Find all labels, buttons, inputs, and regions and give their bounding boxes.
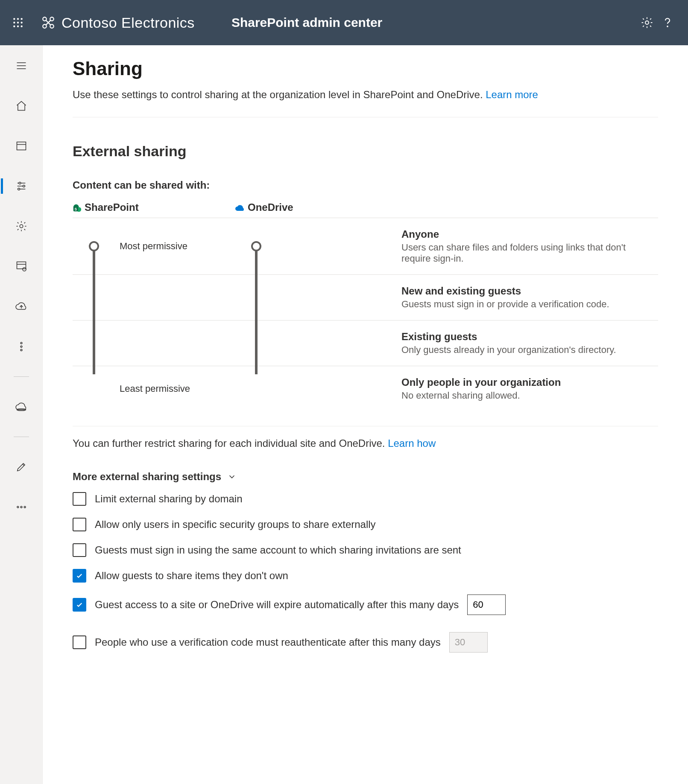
checkbox-reauth[interactable] [73, 635, 86, 649]
svg-point-22 [20, 342, 22, 344]
most-permissive-label: Most permissive [115, 218, 235, 275]
nav-onedrive[interactable] [11, 396, 32, 417]
nav-menu-toggle[interactable] [11, 55, 32, 76]
svg-point-27 [20, 506, 22, 508]
nav-customize[interactable] [11, 457, 32, 477]
checkbox-limit-domain[interactable] [73, 492, 86, 506]
svg-point-23 [20, 346, 22, 347]
svg-point-0 [13, 18, 15, 20]
svg-point-28 [24, 506, 26, 508]
hamburger-icon [15, 60, 27, 72]
onedrive-slider-anyone[interactable] [235, 218, 278, 275]
app-title: SharePoint admin center [231, 15, 382, 30]
gear-icon [15, 220, 27, 232]
svg-point-7 [17, 26, 19, 27]
sharepoint-column-header: S SharePoint [73, 201, 235, 218]
svg-point-16 [19, 182, 21, 184]
svg-point-1 [17, 18, 19, 20]
onedrive-icon [235, 204, 245, 213]
settings-button[interactable] [637, 12, 657, 33]
external-sharing-heading: External sharing [73, 143, 658, 160]
org-brand: Contoso Electronics [41, 15, 195, 31]
window-icon [15, 140, 27, 152]
page-description: Use these settings to control sharing at… [73, 87, 658, 117]
page-heading: Sharing [73, 58, 658, 79]
level-new-guests-title: New and existing guests [401, 285, 654, 297]
svg-rect-15 [17, 142, 26, 150]
help-button[interactable] [657, 12, 678, 33]
label-reauth: People who use a verification code must … [95, 636, 441, 648]
org-logo-icon [41, 15, 56, 30]
onedrive-label: OneDrive [248, 201, 293, 213]
least-permissive-label: Least permissive [115, 366, 235, 412]
restrict-note: You can further restrict sharing for eac… [73, 426, 658, 449]
nav-settings[interactable] [11, 216, 32, 236]
sharepoint-label: SharePoint [85, 201, 139, 213]
checkbox-guests-share[interactable] [73, 569, 86, 583]
more-horizontal-icon [15, 501, 27, 513]
app-launcher-button[interactable] [8, 17, 28, 28]
page-gear-icon [15, 260, 27, 272]
svg-text:S: S [75, 207, 77, 211]
learn-how-link[interactable]: Learn how [388, 437, 436, 449]
nav-show-all[interactable] [11, 497, 32, 517]
main-content: Sharing Use these settings to control sh… [43, 45, 688, 784]
cloud-icon [15, 401, 27, 413]
svg-point-2 [21, 18, 23, 20]
waffle-icon [12, 17, 23, 28]
nav-sites[interactable] [11, 136, 32, 156]
onedrive-column-header: OneDrive [235, 201, 397, 218]
guest-expire-days-input[interactable] [467, 595, 506, 615]
level-org-only-desc: No external sharing allowed. [401, 390, 654, 401]
restrict-note-text: You can further restrict sharing for eac… [73, 437, 388, 449]
level-anyone-desc: Users can share files and folders using … [401, 242, 654, 264]
checkbox-security-groups[interactable] [73, 518, 86, 531]
nav-migration[interactable] [11, 296, 32, 317]
sharepoint-slider-anyone[interactable] [73, 218, 115, 275]
svg-point-17 [23, 185, 25, 187]
pencil-icon [15, 461, 27, 473]
nav-policies[interactable] [11, 176, 32, 196]
checkbox-same-account[interactable] [73, 543, 86, 557]
nav-more[interactable] [11, 336, 32, 357]
label-guests-share: Allow guests to share items they don't o… [95, 570, 288, 582]
svg-point-6 [13, 26, 15, 27]
more-settings-title: More external sharing settings [73, 471, 221, 483]
cloud-upload-icon [15, 300, 27, 312]
label-guest-expire: Guest access to a site or OneDrive will … [95, 599, 459, 611]
sliders-icon [15, 180, 27, 192]
page-description-text: Use these settings to control sharing at… [73, 89, 486, 100]
svg-point-19 [20, 224, 23, 227]
checkbox-guest-expire[interactable] [73, 598, 86, 612]
more-settings-expander[interactable]: More external sharing settings [73, 471, 658, 483]
svg-point-4 [17, 22, 19, 23]
sharepoint-icon: S [73, 204, 82, 213]
top-bar: Contoso Electronics SharePoint admin cen… [0, 0, 688, 45]
learn-more-link[interactable]: Learn more [486, 89, 538, 100]
gear-icon [641, 16, 653, 29]
nav-home[interactable] [11, 96, 32, 116]
level-existing-guests-desc: Only guests already in your organization… [401, 344, 654, 356]
label-limit-domain: Limit external sharing by domain [95, 493, 243, 505]
svg-point-21 [22, 268, 26, 271]
home-icon [15, 100, 27, 112]
level-anyone-title: Anyone [401, 228, 654, 240]
label-security-groups: Allow only users in specific security gr… [95, 519, 376, 530]
svg-point-5 [21, 22, 23, 23]
sharing-level-table: S SharePoint OneDrive [73, 201, 658, 411]
label-same-account: Guests must sign in using the same accou… [95, 544, 461, 556]
svg-point-3 [13, 22, 15, 23]
nav-divider [14, 437, 29, 437]
level-existing-guests-title: Existing guests [401, 331, 654, 343]
help-icon [661, 16, 674, 29]
svg-point-14 [667, 26, 668, 27]
svg-point-24 [20, 349, 22, 351]
nav-content-services[interactable] [11, 256, 32, 277]
level-new-guests-desc: Guests must sign in or provide a verific… [401, 299, 654, 310]
more-settings-list: Limit external sharing by domain Allow o… [73, 492, 658, 653]
svg-point-18 [18, 188, 20, 190]
svg-point-8 [21, 26, 23, 27]
org-name: Contoso Electronics [61, 15, 195, 31]
more-vertical-icon [15, 341, 27, 353]
level-org-only-title: Only people in your organization [401, 376, 654, 388]
